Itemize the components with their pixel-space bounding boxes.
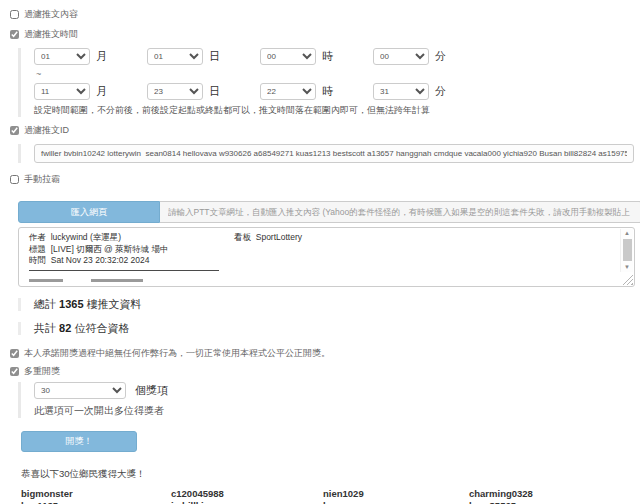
article-content: 作者 luckywind (幸運星) 看板 SportLottery 標題 [L… bbox=[19, 228, 634, 282]
qualified-users-count: 82 bbox=[59, 322, 71, 334]
prize-count-select[interactable]: 30 bbox=[34, 382, 126, 399]
filter-id-row: 過濾推文ID bbox=[10, 124, 640, 137]
import-url-button[interactable]: 匯入網頁 bbox=[18, 201, 160, 223]
month-unit-label: 月 bbox=[96, 49, 107, 64]
filter-id-label: 過濾推文ID bbox=[24, 124, 69, 137]
prize-count-row: 30 個獎項 bbox=[34, 382, 640, 399]
multi-draw-row: 多重開獎 bbox=[10, 365, 640, 378]
winners-column: c120045988imbillkingccc9527ke6969160kiyo… bbox=[171, 489, 323, 504]
time-range-note: 設定時間範圍，不分前後，前後設定起點或終點都可以，推文時間落在範圍內即可，但無法… bbox=[34, 104, 640, 117]
multi-draw-note: 此選項可一次開出多位得獎者 bbox=[34, 404, 640, 418]
scrollbar-down-icon[interactable]: ▼ bbox=[624, 263, 630, 272]
time-to-row: 11 月 23 日 22 時 31 分 bbox=[34, 83, 640, 100]
import-url-row: 匯入網頁 bbox=[18, 201, 640, 223]
article-board: 看板 SportLottery bbox=[234, 232, 302, 244]
pledge-row: 本人承諾開獎過程中絕無任何作弊行為，一切正常使用本程式公平公正開獎。 bbox=[10, 347, 640, 360]
hour-unit-label: 時 bbox=[322, 49, 333, 64]
time-range-tilde: ~ bbox=[36, 69, 640, 79]
minute-unit-label: 分 bbox=[435, 49, 446, 64]
to-hour-select[interactable]: 22 bbox=[260, 83, 316, 100]
filter-content-row: 過濾推文內容 bbox=[10, 8, 640, 21]
textarea-scrollbar[interactable]: ▲ ▼ bbox=[620, 229, 633, 272]
filter-time-row: 過濾推文時間 bbox=[10, 28, 640, 41]
winners-grid: bigmonsterkan1135carryangChMondate0714q2… bbox=[21, 489, 640, 504]
filter-time-checkbox[interactable] bbox=[10, 30, 19, 39]
scrollbar-thumb[interactable] bbox=[623, 239, 632, 261]
to-day-select[interactable]: 23 bbox=[147, 83, 203, 100]
multi-draw-checkbox[interactable] bbox=[10, 367, 19, 376]
pledge-checkbox[interactable] bbox=[10, 349, 19, 358]
winners-column: bigmonsterkan1135carryangChMondate0714q2… bbox=[21, 489, 171, 504]
article-separator-line bbox=[29, 270, 219, 271]
month-unit-label: 月 bbox=[96, 84, 107, 99]
draw-button[interactable]: 開獎！ bbox=[21, 431, 137, 452]
filter-id-input[interactable] bbox=[34, 144, 634, 163]
clipped-text-fragment bbox=[29, 279, 63, 282]
winner-id: kan1135 bbox=[21, 501, 171, 504]
filter-id-group bbox=[18, 144, 640, 163]
day-unit-label: 日 bbox=[209, 84, 220, 99]
from-day-select[interactable]: 01 bbox=[147, 48, 203, 65]
article-title: 標題 [LIVE] 切爾西 @ 萊斯特城 場中 bbox=[29, 244, 634, 256]
minute-unit-label: 分 bbox=[435, 84, 446, 99]
article-content-textarea[interactable]: 作者 luckywind (幸運星) 看板 SportLottery 標題 [L… bbox=[18, 227, 635, 287]
manual-slot-row: 手動拉霸 bbox=[10, 173, 640, 186]
winner-id: kuro85565 bbox=[469, 501, 533, 504]
lottery-tool-page: { "colors": { "accent": "#82b8dc" }, "fi… bbox=[0, 0, 640, 504]
time-from-row: 01 月 01 日 00 時 00 分 bbox=[34, 48, 640, 65]
multi-draw-label: 多重開獎 bbox=[24, 365, 60, 378]
winner-id: charming0328 bbox=[469, 489, 533, 500]
to-minute-select[interactable]: 31 bbox=[373, 83, 429, 100]
time-range-group: 01 月 01 日 00 時 00 分 ~ 11 月 23 日 22 時 31 … bbox=[18, 48, 640, 117]
winner-id: c120045988 bbox=[171, 489, 323, 500]
winners-column: nien1029haowayfzxc5566go830220danny5155a… bbox=[323, 489, 469, 504]
total-comments-stat: 總計 1365 樓推文資料 bbox=[18, 298, 640, 311]
winners-column: charming0328kuro85565zzs12334455jojoyomg… bbox=[469, 489, 533, 504]
manual-slot-label: 手動拉霸 bbox=[24, 173, 60, 186]
article-time: 時間 Sat Nov 23 20:32:02 2024 bbox=[29, 255, 634, 267]
winner-id: nien1029 bbox=[323, 489, 469, 500]
clipped-text-fragment bbox=[91, 279, 143, 282]
to-month-select[interactable]: 11 bbox=[34, 83, 90, 100]
filter-content-label: 過濾推文內容 bbox=[24, 8, 78, 21]
filter-id-checkbox[interactable] bbox=[10, 126, 19, 135]
from-month-select[interactable]: 01 bbox=[34, 48, 90, 65]
prize-unit-label: 個獎項 bbox=[135, 383, 168, 398]
prize-count-group: 30 個獎項 此選項可一次開出多位得獎者 bbox=[18, 382, 640, 418]
from-hour-select[interactable]: 00 bbox=[260, 48, 316, 65]
filter-content-checkbox[interactable] bbox=[10, 10, 19, 19]
winner-id: haoway bbox=[323, 501, 469, 504]
article-url-input[interactable] bbox=[160, 201, 640, 223]
qualified-users-stat: 共計 82 位符合資格 bbox=[18, 322, 640, 335]
winner-id: imbillking bbox=[171, 501, 323, 504]
from-minute-select[interactable]: 00 bbox=[373, 48, 429, 65]
article-clipped-line bbox=[29, 279, 634, 282]
filter-time-label: 過濾推文時間 bbox=[24, 28, 78, 41]
hour-unit-label: 時 bbox=[322, 84, 333, 99]
day-unit-label: 日 bbox=[209, 49, 220, 64]
article-header-row1: 作者 luckywind (幸運星) 看板 SportLottery bbox=[29, 232, 634, 244]
congrats-message: 恭喜以下30位鄉民獲得大獎！ bbox=[21, 468, 640, 481]
winner-id: bigmonster bbox=[21, 489, 171, 500]
manual-slot-checkbox[interactable] bbox=[10, 175, 19, 184]
pledge-label: 本人承諾開獎過程中絕無任何作弊行為，一切正常使用本程式公平公正開獎。 bbox=[24, 347, 330, 360]
article-author: 作者 luckywind (幸運星) bbox=[29, 232, 234, 244]
scrollbar-up-icon[interactable]: ▲ bbox=[624, 229, 630, 238]
total-comments-count: 1365 bbox=[59, 298, 83, 310]
